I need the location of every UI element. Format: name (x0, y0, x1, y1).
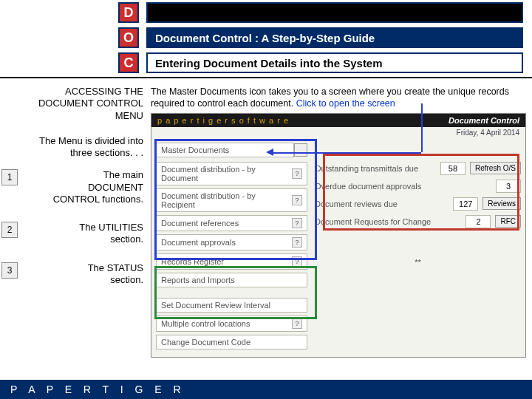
help-icon[interactable]: ? (292, 237, 302, 248)
label: Document distribution - by Recipient (161, 191, 289, 209)
app-brand: p a p e r t i g e r s o f t w a r e (157, 116, 289, 125)
label: Records Register (161, 257, 289, 266)
label: Document distribution - by Document (161, 165, 289, 183)
menu-item-dist-recip[interactable]: Document distribution - by Recipient? (156, 188, 307, 212)
header-bar-1 (146, 2, 523, 23)
menu-item-records[interactable]: Records Register? (156, 253, 307, 270)
footer-bar: P A P E R T I G E R (0, 380, 532, 399)
app-menu-col: Master Documents Document distribution -… (156, 143, 307, 352)
txt: three sections. . . (70, 147, 143, 158)
txt: The Menu is divided into (39, 135, 143, 146)
footer-text: P A P E R T I G E R (10, 383, 185, 395)
right-column: The Master Documents icon takes you to a… (148, 83, 532, 358)
app-titlebar: p a p e r t i g e r s o f t w a r e Docu… (151, 114, 525, 127)
menu-item-reports[interactable]: Reports and Imports (156, 273, 307, 287)
left-column: ACCESSING THE DOCUMENT CONTROL MENU The … (0, 83, 148, 358)
menu-item-change-code[interactable]: Change Document Code (156, 335, 307, 349)
section-number-2: 2 (1, 222, 18, 238)
help-icon[interactable]: ? (292, 195, 302, 205)
intro-link[interactable]: Click to open the screen (296, 98, 395, 109)
label: Set Document Review Interval (161, 301, 302, 310)
label: Outstanding transmittals due (315, 164, 436, 173)
stars: ** (315, 258, 521, 267)
section-2: 2 The UTILITIES section. (3, 222, 143, 246)
menu-item-approvals[interactable]: Document approvals? (156, 234, 307, 250)
txt: section. (110, 233, 143, 245)
label: Reports and Imports (161, 276, 302, 284)
refresh-button[interactable]: Refresh O/S (470, 162, 521, 174)
header-title-1: Document Control : A Step-by-Step Guide (146, 27, 523, 48)
rfc-button[interactable]: RFC (495, 215, 521, 228)
header-title-2: Entering Document Details into the Syste… (146, 52, 523, 73)
status-reviews: Document reviews due 127 Reviews (315, 197, 521, 211)
txt: section. (110, 274, 143, 285)
section-number-3: 3 (1, 262, 18, 279)
value: 3 (496, 180, 521, 193)
divided-text: The Menu is divided into three sections.… (3, 135, 143, 160)
txt: ACCESSING THE (65, 86, 143, 97)
txt: The STATUS (88, 262, 143, 273)
value: 2 (466, 215, 491, 228)
status-rfc: Document Requests for Change 2 RFC (315, 215, 521, 228)
app-panel-name: Document Control (449, 116, 519, 125)
section-1: 1 The main DOCUMENT CONTROL functions. (3, 169, 143, 205)
accessing-title: ACCESSING THE DOCUMENT CONTROL MENU (3, 86, 143, 122)
section-1-text: The main DOCUMENT CONTROL functions. (18, 169, 143, 205)
section-3: 3 The STATUS section. (3, 262, 143, 287)
help-icon[interactable]: ? (292, 318, 302, 329)
app-body: Master Documents Document distribution -… (151, 138, 525, 357)
txt: DOCUMENT CONTROL (38, 98, 143, 109)
help-icon[interactable]: ? (292, 168, 302, 179)
menu-item-dist-doc[interactable]: Document distribution - by Document? (156, 162, 307, 185)
header-block: D O Document Control : A Step-by-Step Gu… (0, 0, 532, 75)
header-letter-o: O (118, 27, 139, 48)
label: Document approvals (161, 238, 289, 247)
reviews-button[interactable]: Reviews (482, 197, 521, 210)
app-date: Friday, 4 April 2014 (151, 127, 525, 138)
label: Overdue document approvals (315, 182, 491, 191)
section-3-text: The STATUS section. (18, 262, 143, 287)
label: Multiple control locations (161, 319, 289, 328)
header-letter-c: C (118, 52, 139, 73)
app-status-col: Outstanding transmittals due 58 Refresh … (315, 143, 521, 352)
header-divider (0, 77, 532, 78)
help-icon[interactable]: ? (292, 256, 302, 267)
txt: CONTROL functions. (53, 194, 143, 205)
header-letter-d: D (118, 2, 139, 23)
arrow-seg (273, 152, 421, 154)
value: 127 (453, 197, 478, 211)
label: Document references (161, 219, 289, 228)
txt: The main (103, 169, 143, 180)
label: Document Requests for Change (315, 217, 461, 226)
speaker-icon[interactable] (294, 143, 307, 157)
menu-item-multi-locations[interactable]: Multiple control locations? (156, 316, 307, 332)
help-icon[interactable]: ? (292, 218, 302, 228)
section-2-text: The UTILITIES section. (18, 222, 143, 246)
status-transmittals: Outstanding transmittals due 58 Refresh … (315, 162, 521, 175)
status-approvals: Overdue document approvals 3 (315, 180, 521, 193)
txt: The UTILITIES (79, 222, 143, 233)
txt: MENU (115, 110, 143, 121)
section-number-1: 1 (1, 169, 18, 185)
value: 58 (440, 162, 466, 175)
menu-item-review-interval[interactable]: Set Document Review Interval (156, 298, 307, 313)
arrow-icon (266, 149, 273, 156)
intro-text: The Master Documents icon takes you to a… (151, 86, 526, 110)
txt: DOCUMENT (88, 182, 143, 193)
label: Document reviews due (315, 200, 449, 208)
main-area: ACCESSING THE DOCUMENT CONTROL MENU The … (0, 83, 532, 358)
label: Change Document Code (161, 338, 302, 347)
arrow-seg (421, 103, 423, 152)
menu-item-references[interactable]: Document references? (156, 215, 307, 231)
app-screenshot: p a p e r t i g e r s o f t w a r e Docu… (151, 113, 526, 358)
